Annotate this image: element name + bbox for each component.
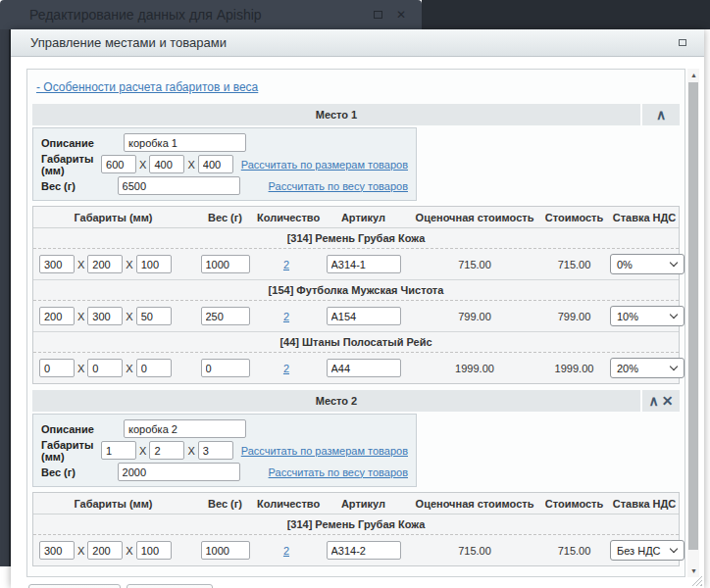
item-dim-height-input[interactable] [136, 359, 172, 377]
calc-by-weight-link[interactable]: Рассчитать по весу товаров [269, 180, 408, 192]
dim-width-input[interactable] [149, 155, 184, 173]
item-row: X X 2 1999.00 1999.00 [33, 352, 679, 383]
dim-width-input[interactable] [149, 441, 184, 460]
item-dim-width-input[interactable] [87, 359, 123, 377]
content-panel: - Особенности расчета габаритов и веса М… [26, 69, 685, 577]
col-header-dimensions: Габариты (мм) [33, 498, 193, 510]
dim-length-input[interactable] [101, 155, 136, 173]
weight-row: Вес (г) Рассчитать по весу товаров [41, 462, 408, 482]
item-dim-length-input[interactable] [39, 541, 75, 560]
scroll-up-icon[interactable]: ▲ [687, 69, 700, 81]
vat-select[interactable]: 20% [610, 358, 685, 378]
weight-input[interactable] [118, 463, 240, 481]
quantity-link[interactable]: 2 [283, 311, 289, 322]
backdrop [422, 0, 710, 29]
vat-select[interactable]: 10% [610, 306, 685, 326]
item-block: [314] Ремень Грубая Кожа X X [33, 514, 679, 565]
calc-by-weight-link[interactable]: Рассчитать по весу товаров [269, 466, 408, 478]
description-input[interactable] [124, 133, 246, 152]
item-weight-input[interactable] [201, 255, 250, 273]
calc-by-size-link[interactable]: Рассчитать по размерам товаров [241, 159, 408, 171]
sku-input[interactable] [327, 541, 401, 560]
back-window-titlebar: Редактирование данных для Apiship ✕ [0, 0, 422, 29]
quantity-link[interactable]: 2 [283, 545, 289, 557]
dim-separator: X [77, 363, 84, 374]
back-window-title: Редактирование данных для Apiship [29, 7, 262, 23]
save-button[interactable]: Сохранить [28, 584, 121, 588]
calc-by-size-link[interactable]: Рассчитать по размерам товаров [241, 445, 408, 457]
description-input[interactable] [124, 419, 246, 438]
maximize-icon[interactable] [374, 11, 382, 19]
place-2-section: Место 2 ∧ ✕ Описание [32, 390, 680, 566]
dim-separator: X [187, 159, 194, 171]
place-1-items-table: Габариты (мм) Вес (г) Количество Артикул… [32, 206, 680, 384]
item-row: X X 2 715.00 715.00 [33, 248, 679, 279]
dim-length-input[interactable] [101, 441, 136, 460]
collapse-icon[interactable]: ∧ [649, 394, 659, 408]
place-2-items-table: Габариты (мм) Вес (г) Количество Артикул… [32, 492, 680, 566]
dimensions-label: Габариты (мм) [41, 153, 101, 176]
cost-value: 715.00 [538, 545, 610, 557]
modal-title: Управление местами и товарами [30, 35, 227, 50]
col-header-weight: Вес (г) [193, 498, 257, 510]
item-weight-input[interactable] [201, 359, 250, 377]
vat-select[interactable]: 0% [610, 254, 685, 274]
col-header-weight: Вес (г) [193, 212, 257, 223]
item-group-title: [44] Штаны Полосатый Рейс [33, 332, 679, 352]
item-dim-length-input[interactable] [39, 307, 75, 325]
dimensions-row: Габариты (мм) X X Рассчитать по размерам… [41, 154, 408, 174]
place-1-header: Место 1 ∧ [32, 104, 680, 125]
weight-input[interactable] [118, 176, 240, 195]
estimated-value: 799.00 [411, 311, 538, 322]
item-dim-width-input[interactable] [87, 307, 123, 325]
place-2-fields: Описание Габариты (мм) X X [32, 414, 417, 487]
restore-icon[interactable] [679, 39, 686, 46]
place-2-title: Место 2 [32, 390, 640, 412]
item-dim-length-input[interactable] [39, 255, 75, 273]
item-dim-height-input[interactable] [136, 255, 172, 273]
item-block: [154] Футболка Мужская Чистота X X [33, 279, 679, 331]
weight-label: Вес (г) [41, 466, 118, 478]
sku-input[interactable] [327, 359, 401, 377]
table-header-row: Габариты (мм) Вес (г) Количество Артикул… [33, 493, 679, 514]
reset-button[interactable]: Сбросить [127, 584, 213, 588]
col-header-quantity: Количество [257, 212, 316, 223]
item-weight-input[interactable] [201, 307, 250, 325]
modal-footer: Сохранить Сбросить [28, 584, 704, 588]
dim-height-input[interactable] [198, 441, 233, 460]
item-dim-width-input[interactable] [87, 541, 123, 560]
screen: Редактирование данных для Apiship ✕ Упра… [0, 0, 710, 588]
estimated-value: 1999.00 [411, 363, 538, 374]
col-header-estimated: Оценочная стоимость [411, 498, 538, 510]
col-header-dimensions: Габариты (мм) [33, 212, 193, 223]
place-1-section: Место 1 ∧ Описание Габа [32, 104, 680, 384]
sku-input[interactable] [327, 255, 401, 273]
weight-label: Вес (г) [41, 180, 118, 192]
col-header-cost: Стоимость [538, 212, 610, 223]
scroll-down-icon[interactable]: ▼ [687, 564, 700, 577]
place-1-collapse-button[interactable]: ∧ [642, 104, 680, 125]
item-dim-height-input[interactable] [136, 541, 172, 560]
col-header-sku: Артикул [316, 212, 411, 223]
cost-value: 1999.00 [538, 363, 610, 374]
vat-select[interactable]: Без НДС [610, 540, 685, 561]
quantity-link[interactable]: 2 [283, 259, 289, 270]
item-group-title: [154] Футболка Мужская Чистота [33, 280, 679, 300]
table-header-row: Габариты (мм) Вес (г) Количество Артикул… [33, 207, 679, 228]
weight-row: Вес (г) Рассчитать по весу товаров [41, 175, 408, 196]
dim-height-input[interactable] [198, 155, 233, 173]
quantity-link[interactable]: 2 [283, 363, 289, 374]
item-dim-width-input[interactable] [87, 255, 123, 273]
item-dim-length-input[interactable] [39, 359, 75, 377]
vertical-scrollbar[interactable]: ▲ ▼ [687, 69, 699, 577]
delete-place-icon[interactable]: ✕ [662, 394, 674, 408]
item-weight-input[interactable] [201, 541, 250, 560]
item-dim-height-input[interactable] [136, 307, 172, 325]
scroll-thumb[interactable] [688, 82, 698, 550]
features-toggle-link[interactable]: - Особенности расчета габаритов и веса [36, 80, 258, 94]
modal-content: - Особенности расчета габаритов и веса М… [26, 69, 699, 577]
dim-separator: X [126, 545, 132, 557]
sku-input[interactable] [327, 307, 401, 325]
collapse-icon: ∧ [656, 108, 666, 122]
close-icon[interactable]: ✕ [396, 9, 406, 21]
